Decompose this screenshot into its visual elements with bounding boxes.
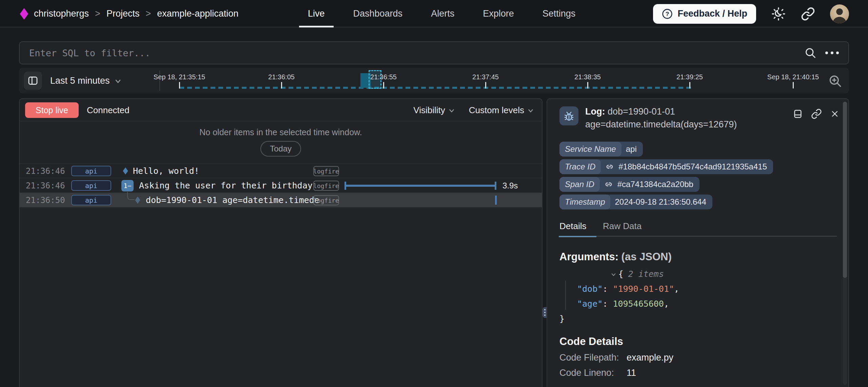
breadcrumb: christophergs > Projects > example-appli… (34, 0, 238, 27)
code-details-heading: Code Details (559, 335, 623, 348)
span-position-tick (495, 196, 497, 205)
scrollbar (843, 102, 847, 385)
timeline-activity-baseline (179, 87, 693, 89)
breadcrumb-separator: > (95, 8, 100, 19)
empty-message: No older items in the selected time wind… (20, 127, 542, 137)
breadcrumb-separator: > (145, 8, 151, 19)
tab-details[interactable]: Details (559, 221, 586, 237)
code-lineno-row: Code Lineno:11 (559, 368, 636, 378)
zoom-in-icon[interactable] (828, 74, 842, 89)
tab-settings[interactable]: Settings (542, 0, 576, 27)
tab-alerts[interactable]: Alerts (431, 0, 454, 27)
breadcrumb-project[interactable]: example-application (157, 8, 238, 19)
timeline-bar: Last 5 minutes Sep 18, 21:35:15 21:36:05… (19, 68, 849, 94)
feedback-help-button[interactable]: ? Feedback / Help (653, 4, 756, 24)
attribute-span-id[interactable]: Span ID #ca741384ca2a20bb (559, 177, 699, 192)
span-duration-label: 3.9s (502, 178, 518, 193)
visibility-dropdown[interactable]: Visibility (413, 105, 455, 116)
log-message: dob=1990-01-01 age=datetime.timede (146, 193, 319, 207)
bug-icon (559, 106, 578, 125)
close-icon[interactable] (830, 109, 840, 119)
log-rows: 21:36:46 api Hello, world! logfire 21:36… (20, 163, 542, 207)
live-logs-panel: Stop live Connected Visibility Custom le… (19, 98, 542, 387)
log-row-selected[interactable]: 21:36:50 api dob=1990-01-01 age=datetime… (20, 192, 542, 207)
chevron-down-icon (448, 107, 455, 115)
split-view-icon[interactable] (793, 109, 803, 119)
logfire-tag[interactable]: logfire (313, 181, 339, 191)
attribute-timestamp: Timestamp 2024-09-18 21:36:50.644 (559, 195, 712, 209)
chevron-down-icon (114, 77, 122, 85)
log-message: Hello, world! (133, 164, 199, 178)
service-badge[interactable]: api (71, 166, 111, 176)
today-button[interactable]: Today (260, 141, 301, 157)
log-time: 21:36:50 (26, 193, 65, 207)
log-time: 21:36:46 (26, 178, 65, 193)
attribute-service-name: Service Name api (559, 142, 643, 157)
code-filepath-row: Code Filepath:example.py (559, 352, 673, 363)
tab-explore[interactable]: Explore (483, 0, 514, 27)
breadcrumb-projects[interactable]: Projects (106, 8, 140, 19)
search-icon[interactable] (804, 47, 816, 59)
tab-live[interactable]: Live (308, 0, 325, 27)
logfire-app: christophergs > Projects > example-appli… (0, 0, 868, 387)
log-details-panel: Log: dob=1990-01-01 age=datetime.timedel… (547, 98, 849, 387)
scrollbar-thumb[interactable] (843, 102, 847, 278)
collapse-children-badge[interactable]: 1− (121, 180, 134, 191)
breadcrumb-org[interactable]: christophergs (34, 8, 89, 19)
sidebar-layout-icon (27, 75, 38, 86)
svg-text:?: ? (666, 11, 669, 17)
sql-filter-bar (19, 41, 849, 64)
log-time: 21:36:46 (26, 164, 65, 178)
top-nav: christophergs > Projects > example-appli… (0, 0, 868, 27)
theme-toggle-icon[interactable] (771, 6, 786, 21)
link-icon (605, 162, 614, 171)
live-panel-header: Stop live Connected Visibility Custom le… (20, 99, 542, 121)
service-badge[interactable]: api (71, 195, 111, 205)
user-avatar[interactable] (830, 4, 849, 23)
logfire-logo-icon[interactable] (20, 8, 28, 21)
more-options-icon[interactable] (825, 52, 839, 54)
custom-levels-dropdown[interactable]: Custom levels (469, 105, 534, 116)
items-count: 2 items (628, 269, 664, 279)
log-diamond-icon (135, 197, 140, 205)
empty-state: No older items in the selected time wind… (20, 121, 542, 163)
attribute-trace-id[interactable]: Trace ID #18b84cb4847b5d574c4ad9121935a4… (559, 159, 773, 174)
question-circle-icon: ? (662, 8, 673, 19)
log-row[interactable]: 21:36:46 api 1− Asking the user for thei… (20, 178, 542, 192)
nav-tabs: Live Dashboards Alerts Explore Settings (308, 0, 575, 27)
sql-filter-input[interactable] (20, 42, 804, 64)
detail-tabs: Details Raw Data (559, 221, 837, 237)
logfire-tag[interactable]: logfire (313, 166, 339, 176)
chevron-down-icon (527, 107, 534, 115)
log-diamond-icon (123, 167, 128, 176)
time-range-dropdown[interactable]: Last 5 minutes (50, 68, 122, 94)
copy-link-icon[interactable] (811, 108, 822, 119)
service-badge[interactable]: api (71, 180, 111, 191)
tab-dashboards[interactable]: Dashboards (353, 0, 403, 27)
log-message: Asking the user for their birthday (139, 178, 313, 193)
tree-connector (127, 192, 135, 200)
stop-live-button[interactable]: Stop live (25, 102, 79, 118)
link-icon (604, 180, 613, 189)
connection-status: Connected (87, 99, 130, 121)
sidebar-toggle-button[interactable] (24, 72, 42, 90)
detail-title: Log: dob=1990-01-01 age=datetime.timedel… (585, 105, 794, 131)
span-duration-bar (344, 185, 496, 187)
log-row[interactable]: 21:36:46 api Hello, world! logfire (20, 163, 542, 178)
nav-right: ? Feedback / Help (653, 0, 849, 27)
share-link-icon[interactable] (801, 7, 815, 21)
tab-raw-data[interactable]: Raw Data (603, 221, 642, 237)
logfire-tag[interactable]: logfire (313, 195, 339, 205)
